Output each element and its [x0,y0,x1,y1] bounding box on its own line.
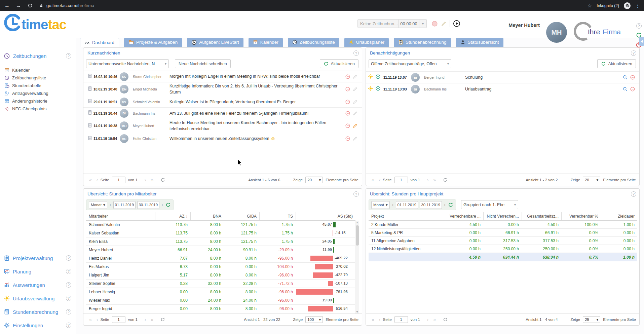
view-request-icon[interactable] [622,86,628,92]
edit-message-icon[interactable] [352,123,358,128]
timer-dropdown-chevron-icon[interactable]: ▾ [419,19,427,28]
column-header[interactable]: Verrechenbar % [561,212,601,220]
sidebar-item-stundentabelle[interactable]: Stundentabelle [0,82,76,89]
table-row[interactable]: Wieser Max 0.00 24.00 h 24.00 h -96.00 h… [86,296,355,305]
tab-stundenabrechnung[interactable]: Stundenabrechnung [394,38,451,47]
decline-request-icon[interactable] [630,86,635,92]
table-row[interactable]: 5 Marketing & PR 0.00 h 66.91 h 66.91 h … [369,229,637,237]
refresh-table-icon[interactable] [165,202,171,208]
panel-help-icon[interactable]: ? [631,191,636,197]
browser-back-button[interactable]: ← [3,1,11,10]
tab-urlaubsplaner[interactable]: Urlaubsplaner [344,38,389,47]
next-page-icon[interactable]: › [142,317,149,322]
section-help-icon[interactable]: ? [66,269,71,274]
help-icon[interactable]: ? [636,23,642,29]
tab-aufgaben-livestart[interactable]: Aufgaben: LiveStart [187,38,243,47]
first-page-icon[interactable]: « [369,317,377,322]
message-row[interactable]: 10.02.19 10:40 EM Engel Michaela Kurzfri… [83,82,362,96]
sidebar-section-projektverwaltung[interactable]: Projektverwaltung ? [0,254,76,262]
column-header[interactable]: Gesamtarbeitsz... [522,212,561,220]
delete-message-icon[interactable] [345,111,350,116]
column-header[interactable]: Zieldauer [601,212,637,220]
page-input[interactable] [112,316,125,323]
message-row[interactable]: 16.02.19 10:46 SC Sturm Christopher Morg… [83,71,362,82]
sidebar-section-einstellungen[interactable]: Einstellungen ? [0,321,76,330]
last-page-icon[interactable]: » [431,177,439,183]
last-page-icon[interactable]: » [149,177,156,183]
tab-kalender[interactable]: 3 Kalender [249,38,283,47]
scrollbar-thumb[interactable] [356,225,359,246]
reload-list-icon[interactable] [160,178,165,182]
start-tracking-icon[interactable] [453,20,460,27]
column-header[interactable]: Projekt [369,212,445,220]
delete-message-icon[interactable] [345,136,350,141]
section-help-icon[interactable]: ? [66,296,71,301]
browser-reload-button[interactable] [26,1,34,10]
last-page-icon[interactable]: » [149,317,156,322]
bookmark-star-icon[interactable]: ☆ [588,3,592,9]
next-page-icon[interactable]: › [425,317,431,322]
right-panel-toggle[interactable] [639,37,644,46]
section-help-icon[interactable]: ? [66,53,71,59]
page-size-select[interactable]: 100▾ [305,316,323,323]
table-scrollbar[interactable]: ▲ ▼ [355,221,359,314]
message-row[interactable]: 29.01.19 10:51 SV Schmied Valentin Kolle… [83,96,362,107]
next-page-icon[interactable]: › [425,177,431,183]
next-period-icon[interactable]: › [444,202,446,207]
add-request-icon[interactable] [375,74,383,81]
table-row[interactable]: 12 Nichtleistungstätigkeiten 0.00 h 250.… [369,245,637,253]
prev-period-icon[interactable]: ‹ [109,202,112,207]
sidebar-section-planung[interactable]: Planung ? [0,267,76,276]
browser-menu-icon[interactable]: ⋮ [635,3,641,9]
prev-page-icon[interactable]: ‹ [94,177,101,183]
table-row[interactable]: Klein Elisa 113.75 8.00 h 121.75 h 1.75 … [86,237,355,246]
messages-refresh-button[interactable]: Aktualisieren [320,59,358,68]
page-input[interactable] [394,177,408,183]
table-row[interactable]: Kaiser Sebastian 113.75 8.00 h 121.75 h … [86,229,355,237]
first-page-icon[interactable]: « [87,317,94,322]
panel-help-icon[interactable]: ? [353,50,359,56]
edit-message-icon[interactable] [352,86,358,92]
sidebar-item-zeitbuchungsliste[interactable]: Zeitbuchungsliste [0,74,76,81]
delete-message-icon[interactable] [345,99,350,105]
page-size-select[interactable]: 20▾ [305,177,323,183]
delete-message-icon[interactable] [345,123,350,128]
user-avatar[interactable]: MH [546,22,567,43]
notifications-refresh-button[interactable]: Aktualisieren [597,59,636,68]
edit-message-icon[interactable] [352,74,358,79]
column-header[interactable]: GIBA [224,212,259,220]
sidebar-section-stundenabrechnung[interactable]: Stundenabrechnung ? [0,307,76,316]
edit-booking-icon[interactable] [441,21,447,27]
column-header[interactable]: BNA [190,212,224,220]
view-request-icon[interactable] [622,75,628,80]
sidebar-item-kalender[interactable]: 3 Kalender [0,66,76,74]
notification-row[interactable]: 11.11.19 13:07 BI Berger Ingrid Schulung [366,71,639,83]
table-row[interactable]: Lehner Herwig 0.00 8.00 h 8.00 h -96.00 … [86,288,355,296]
date-from-input[interactable]: 01.11.2019 [113,201,136,209]
table-row[interactable]: Berger Ingrid 0.00 8.00 h 8.00 h -96.00 … [86,305,355,313]
decline-request-icon[interactable] [630,75,635,80]
browser-forward-button[interactable]: → [14,1,23,10]
panel-help-icon[interactable]: ? [631,50,636,56]
tab-dashboard[interactable]: Dashboard [80,38,119,47]
message-row[interactable]: 14.01.19 10:38 MH Meyer Hubert Heute In-… [83,119,362,133]
sidebar-section-zeitbuchungen[interactable]: Zeitbuchungen ? [0,51,76,60]
prev-page-icon[interactable]: ‹ [377,177,383,183]
page-size-select[interactable]: 25▾ [583,316,600,323]
tab-projekte-aufgaben[interactable]: Projekte & Aufgaben [124,38,182,47]
sidebar-item-nfc-checkpoints[interactable]: NFC-Checkpoints [0,105,76,112]
new-message-button[interactable]: Neue Nachricht schreiben [175,59,231,68]
section-help-icon[interactable]: ? [66,282,71,288]
table-row[interactable]: Steiner Sophie 0.28 32.00 h 32.28 h -71.… [86,280,355,288]
sidebar-section-auswertungen[interactable]: Auswertungen ? [0,281,76,289]
add-request-icon[interactable] [375,86,383,92]
prev-period-icon[interactable]: ‹ [391,202,394,207]
sidebar-item-antragsverwaltung[interactable]: Antragsverwaltung [0,89,76,97]
date-from-input[interactable]: 01.11.2019 [396,201,418,209]
reload-list-icon[interactable] [443,317,448,322]
date-to-input[interactable]: 30.11.2019 [137,201,159,209]
first-page-icon[interactable]: « [87,177,94,183]
sidebar-section-urlaubsverwaltung[interactable]: Urlaubsverwaltung ? [0,294,76,303]
period-select[interactable]: Monat▾ [89,201,107,209]
date-to-input[interactable]: 30.11.2019 [420,201,442,209]
